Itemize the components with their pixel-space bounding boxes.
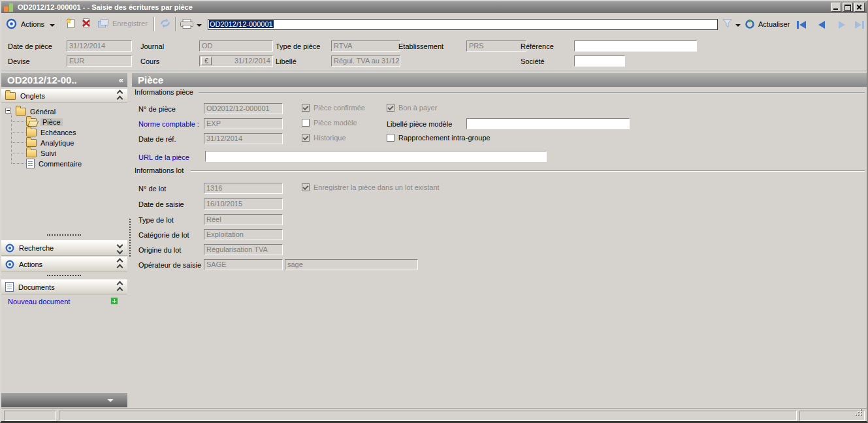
chevron-up-icon[interactable] [118,282,123,292]
societe-field[interactable] [574,55,625,67]
document-number-input[interactable]: OD2012/12-000001 [208,19,718,30]
type-piece-field: RTVA [331,40,400,52]
folder-icon [5,92,16,100]
libelle-piece-modele-field[interactable] [466,118,630,129]
date-piece-field: 31/12/2014 [67,40,132,52]
tree-item-piece[interactable]: Pièce [26,117,63,127]
field-label: Type de pièce [276,42,321,51]
field-label: Origine du lot [138,246,181,255]
field-label: Etablissement [398,42,443,51]
euro-button[interactable]: € [201,57,212,65]
horizontal-splitter[interactable] [47,275,81,276]
chevron-down-icon[interactable] [118,243,123,253]
delete-button[interactable] [80,18,92,29]
maximize-button[interactable] [843,3,853,12]
bullseye-icon [5,243,14,253]
reference-field[interactable] [574,40,697,52]
tree-item-echeances[interactable]: Echéances [26,127,76,137]
save-button[interactable]: Enregistrer [97,18,148,28]
refresh-view-button[interactable]: Actualiser [745,19,790,29]
new-document-link[interactable]: Nouveau document [8,298,70,306]
sidebar-bottom-bar[interactable] [1,393,127,407]
field-label: Libellé [276,57,297,66]
filter-dropdown-icon[interactable] [735,24,741,27]
tree-item-suivi[interactable]: Suivi [26,148,56,158]
nav-previous-button[interactable] [813,19,830,31]
check-icon [302,104,308,110]
actions-menu-button[interactable]: Actions [21,20,44,28]
maximize-icon [844,5,851,11]
rapprochement-checkbox[interactable]: Rapprochement intra-groupe [387,134,490,142]
documents-label: Documents [18,283,55,291]
nav-last-button[interactable] [851,19,868,31]
selected-text: OD2012/12-000001 [209,20,274,28]
actions-section-label: Actions [19,260,42,268]
folder-icon [26,149,37,157]
actions-menu-label: Actions [21,20,44,28]
piece-confirmee-checkbox: Pièce confirmée [302,104,365,112]
folder-icon [26,139,37,147]
note-icon [26,159,35,168]
sidebar-section-documents[interactable]: Documents [1,279,127,294]
url-piece-link-label[interactable]: URL de la pièce [138,153,189,162]
check-icon [302,134,308,140]
tree-item-commentaire[interactable]: Commentaire [26,159,82,168]
cours-field: € 31/12/2014 [199,55,273,67]
sidebar-section-recherche[interactable]: Recherche [1,240,127,256]
vertical-splitter[interactable] [129,219,131,257]
refresh-view-label: Actualiser [758,20,790,28]
checkbox-icon [302,183,310,191]
bullseye-icon [5,260,14,269]
print-dropdown-icon[interactable] [197,24,202,27]
check-icon [387,104,393,110]
add-document-icon[interactable] [110,297,118,305]
numero-piece-field: OD2012/12-000001 [204,103,283,114]
journal-field: OD [199,40,273,52]
app-chart-icon [4,3,14,12]
tree-item-general[interactable]: Général [16,106,56,116]
nav-next-button[interactable] [833,19,850,31]
group-legend: Informations lot [135,166,184,175]
title-bar: OD2012/12-000001 - - Saisie des écriture… [1,1,867,13]
sidebar-section-actions[interactable]: Actions [1,257,127,272]
piece-modele-checkbox: Pièce modèle [302,119,357,127]
checkbox-icon [302,119,310,127]
nav-first-button[interactable] [793,19,810,31]
horizontal-splitter[interactable] [47,234,81,236]
close-button[interactable] [854,3,865,12]
filter-button[interactable] [722,18,733,28]
print-button[interactable] [180,19,193,29]
field-label: Cours [140,57,159,66]
field-label: Catégorie de lot [138,231,189,240]
collapse-panel-icon[interactable]: « [119,73,123,87]
tree-expander-minus[interactable] [5,108,11,114]
minimize-icon [833,8,838,10]
status-panel-middle [59,411,797,421]
field-label: Référence [521,42,554,51]
minimize-button[interactable] [831,3,841,12]
onglets-label: Onglets [20,92,45,100]
bon-a-payer-checkbox: Bon à payer [387,104,437,112]
save-label: Enregistrer [112,20,148,27]
chevron-up-icon[interactable] [118,91,123,101]
open-folder-icon [26,118,37,126]
new-document-icon [65,18,76,29]
libelle-field: Régul. TVA au 31/12 [331,55,400,67]
field-label: Date de pièce [8,42,52,51]
new-document-button[interactable] [65,18,76,29]
operateur-saisie-field: SAGE [204,259,283,270]
application-window: OD2012/12-000001 - - Saisie des écriture… [0,0,868,423]
sidebar-section-onglets[interactable]: Onglets [1,89,127,103]
chevron-up-icon[interactable] [118,259,123,270]
resize-grip[interactable] [856,409,863,417]
tree-item-analytique[interactable]: Analytique [26,138,74,148]
norme-comptable-link-label[interactable]: Norme comptable : [138,120,199,129]
origine-lot-field: Régularisation TVA [204,244,283,255]
expand-down-icon [107,399,114,402]
field-label: Date de saisie [138,200,184,209]
url-piece-field[interactable] [205,151,547,162]
lot-existant-checkbox: Enregistrer la pièce dans un lot existan… [302,183,440,191]
norme-comptable-field: EXP [204,118,283,129]
refresh-button[interactable] [159,18,172,29]
checkbox-icon [387,134,394,142]
